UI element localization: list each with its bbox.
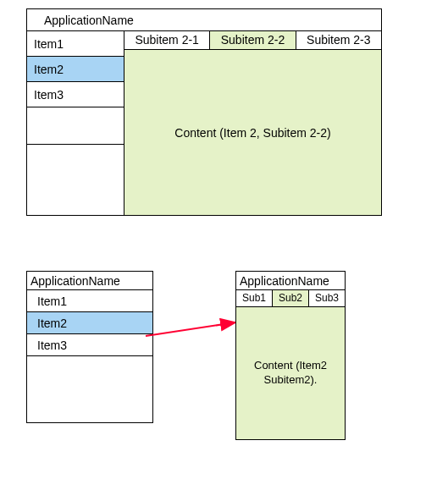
app-body: Item1 Item2 Item3 Subitem 2-1 Subitem 2-…: [27, 31, 381, 215]
large-mockup: ApplicationName Item1 Item2 Item3 Subite…: [26, 8, 382, 216]
app-title-small-right: ApplicationName: [236, 272, 345, 290]
sl-sidebar-item-2[interactable]: Item2: [27, 312, 152, 334]
sr-tab-2[interactable]: Sub2: [273, 290, 309, 306]
sidebar-item-3[interactable]: Item3: [27, 82, 124, 107]
svg-line-1: [146, 322, 235, 336]
small-right-mockup: ApplicationName Sub1 Sub2 Sub3 Content (…: [235, 271, 346, 440]
sidebar-item-2[interactable]: Item2: [27, 57, 124, 82]
sidebar-spacer: [27, 107, 124, 145]
sidebar-item-1[interactable]: Item1: [27, 31, 124, 57]
sr-content-area: Content (Item2 Subitem2).: [236, 307, 345, 439]
transition-arrow-icon: [144, 317, 246, 343]
tab-subitem-1[interactable]: Subitem 2-1: [124, 31, 210, 49]
app-title-small-left: ApplicationName: [27, 272, 152, 290]
tab-subitem-3[interactable]: Subitem 2-3: [296, 31, 381, 49]
small-left-mockup: ApplicationName Item1 Item2 Item3: [26, 271, 153, 423]
sr-tab-1[interactable]: Sub1: [236, 290, 273, 306]
app-title: ApplicationName: [27, 9, 381, 31]
sidebar: Item1 Item2 Item3: [27, 31, 124, 215]
sr-tab-bar: Sub1 Sub2 Sub3: [236, 290, 345, 307]
sl-sidebar-item-1[interactable]: Item1: [27, 290, 152, 312]
sr-tab-3[interactable]: Sub3: [309, 290, 345, 306]
main-pane: Subitem 2-1 Subitem 2-2 Subitem 2-3 Cont…: [124, 31, 381, 215]
content-area: Content (Item 2, Subitem 2-2): [124, 50, 381, 215]
sl-sidebar-item-3[interactable]: Item3: [27, 334, 152, 356]
tab-subitem-2[interactable]: Subitem 2-2: [210, 31, 296, 49]
sidebar-fill: [27, 145, 124, 215]
tab-bar: Subitem 2-1 Subitem 2-2 Subitem 2-3: [124, 31, 381, 50]
